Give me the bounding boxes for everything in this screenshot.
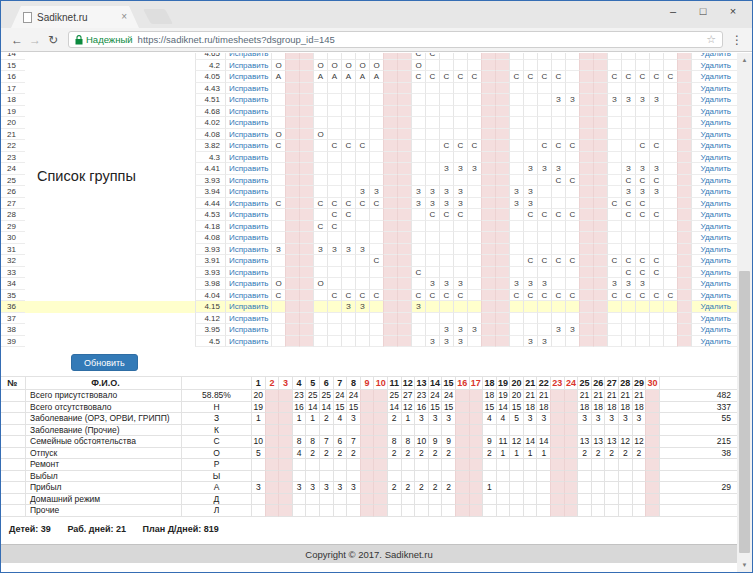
day-cell[interactable] bbox=[313, 152, 327, 164]
day-cell[interactable] bbox=[677, 186, 691, 198]
day-cell[interactable] bbox=[621, 117, 635, 129]
day-cell[interactable] bbox=[635, 129, 649, 141]
day-cell[interactable] bbox=[341, 106, 355, 118]
edit-link[interactable]: Исправить bbox=[225, 255, 271, 267]
day-cell[interactable] bbox=[355, 94, 369, 106]
day-cell[interactable] bbox=[565, 106, 579, 118]
day-cell[interactable] bbox=[383, 152, 397, 164]
day-cell[interactable] bbox=[481, 94, 495, 106]
day-cell[interactable] bbox=[285, 152, 299, 164]
minimize-button[interactable]: – bbox=[658, 1, 688, 22]
delete-link[interactable]: Удалить bbox=[691, 324, 737, 336]
day-cell[interactable] bbox=[565, 186, 579, 198]
day-cell[interactable]: С bbox=[355, 198, 369, 210]
day-cell[interactable] bbox=[397, 186, 411, 198]
day-cell[interactable] bbox=[579, 117, 593, 129]
day-cell[interactable] bbox=[663, 129, 677, 141]
day-cell[interactable] bbox=[299, 163, 313, 175]
day-cell[interactable]: С bbox=[635, 175, 649, 187]
day-cell[interactable]: С bbox=[453, 140, 467, 152]
day-cell[interactable] bbox=[649, 198, 663, 210]
day-cell[interactable] bbox=[607, 336, 621, 348]
day-cell[interactable]: З bbox=[439, 278, 453, 290]
day-cell[interactable] bbox=[383, 290, 397, 302]
day-cell[interactable]: С bbox=[523, 255, 537, 267]
day-cell[interactable]: С bbox=[411, 71, 425, 83]
day-cell[interactable] bbox=[299, 267, 313, 279]
day-cell[interactable] bbox=[649, 244, 663, 256]
day-cell[interactable] bbox=[453, 152, 467, 164]
day-cell[interactable] bbox=[495, 290, 509, 302]
day-cell[interactable] bbox=[439, 117, 453, 129]
day-cell[interactable] bbox=[369, 163, 383, 175]
day-cell[interactable] bbox=[621, 140, 635, 152]
day-cell[interactable]: З bbox=[649, 186, 663, 198]
day-cell[interactable] bbox=[663, 209, 677, 221]
day-cell[interactable] bbox=[607, 163, 621, 175]
day-cell[interactable] bbox=[285, 71, 299, 83]
day-cell[interactable] bbox=[313, 163, 327, 175]
day-cell[interactable] bbox=[285, 301, 299, 313]
day-cell[interactable] bbox=[425, 255, 439, 267]
day-cell[interactable] bbox=[439, 232, 453, 244]
day-cell[interactable]: С bbox=[649, 209, 663, 221]
day-cell[interactable] bbox=[677, 163, 691, 175]
day-cell[interactable]: С bbox=[425, 209, 439, 221]
day-cell[interactable] bbox=[453, 301, 467, 313]
day-cell[interactable] bbox=[565, 267, 579, 279]
day-cell[interactable]: С bbox=[621, 267, 635, 279]
day-cell[interactable]: О bbox=[341, 60, 355, 72]
day-cell[interactable]: С bbox=[523, 209, 537, 221]
day-cell[interactable]: С bbox=[327, 290, 341, 302]
day-cell[interactable] bbox=[481, 129, 495, 141]
day-cell[interactable] bbox=[551, 278, 565, 290]
day-cell[interactable] bbox=[355, 175, 369, 187]
day-cell[interactable] bbox=[537, 94, 551, 106]
day-cell[interactable] bbox=[411, 278, 425, 290]
day-cell[interactable] bbox=[369, 324, 383, 336]
back-icon[interactable]: ← bbox=[8, 33, 26, 47]
day-cell[interactable] bbox=[453, 129, 467, 141]
day-cell[interactable] bbox=[285, 255, 299, 267]
bookmark-star-icon[interactable]: ☆ bbox=[706, 33, 716, 46]
day-cell[interactable] bbox=[593, 117, 607, 129]
day-cell[interactable] bbox=[285, 140, 299, 152]
day-cell[interactable]: С bbox=[551, 71, 565, 83]
day-cell[interactable] bbox=[327, 255, 341, 267]
day-cell[interactable] bbox=[579, 255, 593, 267]
day-cell[interactable] bbox=[439, 255, 453, 267]
day-cell[interactable] bbox=[551, 336, 565, 348]
day-cell[interactable] bbox=[551, 83, 565, 95]
day-cell[interactable] bbox=[327, 301, 341, 313]
day-cell[interactable] bbox=[313, 267, 327, 279]
day-cell[interactable] bbox=[607, 106, 621, 118]
edit-link[interactable]: Исправить bbox=[225, 106, 271, 118]
day-cell[interactable] bbox=[523, 152, 537, 164]
day-cell[interactable] bbox=[397, 278, 411, 290]
day-cell[interactable] bbox=[341, 129, 355, 141]
day-cell[interactable] bbox=[425, 232, 439, 244]
day-cell[interactable] bbox=[425, 301, 439, 313]
day-cell[interactable] bbox=[677, 221, 691, 233]
day-cell[interactable]: З bbox=[635, 94, 649, 106]
day-cell[interactable] bbox=[453, 94, 467, 106]
day-cell[interactable] bbox=[495, 140, 509, 152]
day-cell[interactable] bbox=[565, 244, 579, 256]
day-cell[interactable] bbox=[341, 117, 355, 129]
day-cell[interactable] bbox=[383, 255, 397, 267]
day-cell[interactable] bbox=[523, 117, 537, 129]
day-cell[interactable] bbox=[509, 94, 523, 106]
day-cell[interactable] bbox=[425, 163, 439, 175]
day-cell[interactable] bbox=[271, 163, 285, 175]
day-cell[interactable]: З bbox=[355, 186, 369, 198]
day-cell[interactable]: С bbox=[313, 221, 327, 233]
day-cell[interactable]: С bbox=[509, 290, 523, 302]
day-cell[interactable]: З bbox=[523, 198, 537, 210]
delete-link[interactable]: Удалить bbox=[691, 221, 737, 233]
day-cell[interactable] bbox=[383, 278, 397, 290]
day-cell[interactable] bbox=[607, 313, 621, 325]
day-cell[interactable] bbox=[607, 267, 621, 279]
day-cell[interactable] bbox=[677, 209, 691, 221]
day-cell[interactable] bbox=[537, 221, 551, 233]
day-cell[interactable] bbox=[341, 94, 355, 106]
